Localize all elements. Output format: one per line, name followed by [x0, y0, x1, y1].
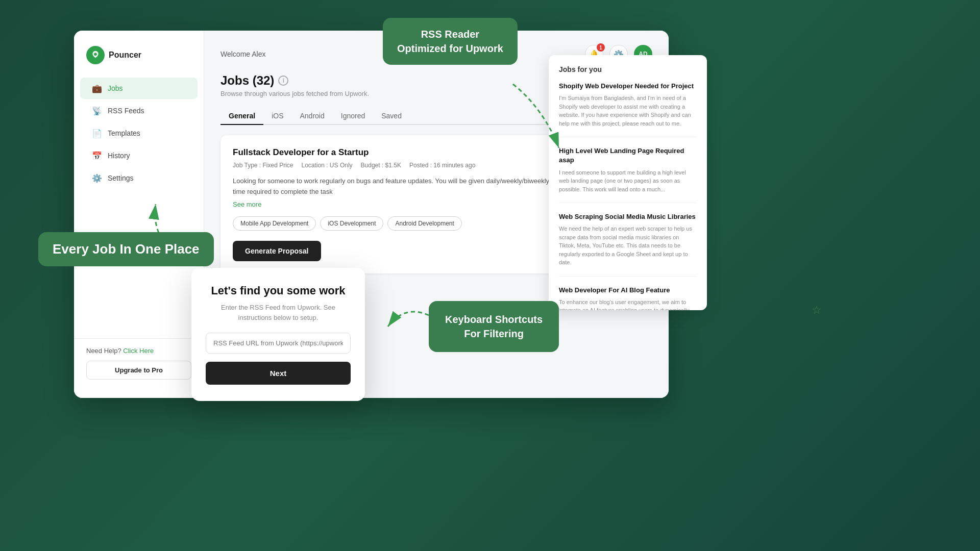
tab-ignored[interactable]: Ignored: [333, 108, 373, 125]
job-suggestion-title-2: High Level Web Landing Page Required asa…: [559, 146, 697, 165]
rss-feed-input[interactable]: [206, 333, 351, 354]
sidebar-item-jobs[interactable]: 💼 Jobs: [80, 78, 198, 99]
job-suggestion-desc-4: To enhance our blog's user engagement, w…: [559, 298, 697, 310]
job-budget: Budget : $1.5K: [361, 162, 401, 169]
logo-icon: [86, 46, 105, 64]
tooltip-every-job: Every Job In One Place: [38, 232, 214, 266]
logo-area: Pouncer: [74, 41, 204, 77]
sidebar: Pouncer 💼 Jobs 📡 RSS Feeds 📄 Templates 📅…: [74, 31, 204, 398]
job-location: Location : US Only: [302, 162, 353, 169]
job-posted: Posted : 16 minutes ago: [409, 162, 475, 169]
calendar-icon: 📅: [92, 151, 102, 160]
tag-ios: iOS Development: [320, 216, 383, 231]
need-help-text: Need Help? Click Here: [86, 347, 191, 355]
job-type: Job Type : Fixed Price: [233, 162, 293, 169]
rss-modal-subtitle: Enter the RSS Feed from Upwork. See inst…: [206, 303, 351, 322]
job-suggestion-title-3: Web Scraping Social Media Music Librarie…: [559, 212, 697, 221]
sidebar-item-history[interactable]: 📅 History: [80, 145, 198, 166]
jobs-panel-title: Jobs for you: [559, 65, 697, 73]
settings-icon: ⚙️: [92, 173, 102, 183]
logo-text: Pouncer: [109, 51, 141, 60]
tag-mobile: Mobile App Development: [233, 216, 316, 231]
tag-android: Android Development: [387, 216, 461, 231]
job-suggestion-2[interactable]: High Level Web Landing Page Required asa…: [559, 146, 697, 203]
tab-general[interactable]: General: [220, 108, 263, 125]
tooltip-keyboard-shortcuts: Keyboard Shortcuts For Filtering: [429, 301, 559, 352]
tab-saved[interactable]: Saved: [373, 108, 410, 125]
template-icon: 📄: [92, 129, 102, 138]
rss-icon: 📡: [92, 106, 102, 115]
briefcase-icon: 💼: [92, 84, 102, 93]
jobs-for-you-panel: Jobs for you Shopify Web Developer Neede…: [549, 55, 707, 310]
sidebar-bottom: Need Help? Click Here Upgrade to Pro: [74, 338, 204, 388]
rss-next-button[interactable]: Next: [206, 362, 351, 385]
job-suggestion-1[interactable]: Shopify Web Developer Needed for Project…: [559, 82, 697, 137]
job-suggestion-title-4: Web Developer For AI Blog Feature: [559, 286, 697, 295]
sidebar-item-templates[interactable]: 📄 Templates: [80, 122, 198, 144]
tooltip-rss-line2: Optimized for Upwork: [397, 43, 503, 54]
job-suggestion-desc-3: We need the help of an expert web scrape…: [559, 224, 697, 267]
job-suggestion-desc-2: I need someone to support me building a …: [559, 168, 697, 194]
upgrade-button[interactable]: Upgrade to Pro: [86, 361, 191, 380]
tooltip-rss-line1: RSS Reader: [421, 29, 480, 40]
notification-badge: 1: [597, 43, 605, 52]
job-suggestion-3[interactable]: Web Scraping Social Media Music Librarie…: [559, 212, 697, 277]
star-icon: ☆: [812, 304, 822, 317]
tooltip-keyboard-line2: For Filtering: [464, 328, 524, 339]
tab-ios[interactable]: iOS: [263, 108, 291, 125]
rss-modal: Let's find you some work Enter the RSS F…: [191, 268, 365, 401]
sidebar-nav: 💼 Jobs 📡 RSS Feeds 📄 Templates 📅 History…: [74, 77, 204, 190]
tooltip-rss-reader: RSS Reader Optimized for Upwork: [383, 18, 518, 65]
tooltip-keyboard-line1: Keyboard Shortcuts: [445, 314, 543, 325]
job-suggestion-title-1: Shopify Web Developer Needed for Project: [559, 82, 697, 91]
welcome-text: Welcome Alex: [220, 50, 265, 58]
job-suggestion-4[interactable]: Web Developer For AI Blog Feature To enh…: [559, 286, 697, 310]
job-suggestion-desc-1: I'm Sumaiya from Bangladesh, and I'm in …: [559, 94, 697, 128]
svg-point-0: [94, 53, 97, 56]
info-icon[interactable]: i: [278, 76, 288, 86]
sidebar-item-settings[interactable]: ⚙️ Settings: [80, 167, 198, 189]
generate-proposal-button[interactable]: Generate Proposal: [233, 241, 321, 261]
tab-android[interactable]: Android: [291, 108, 332, 125]
help-link[interactable]: Click Here: [123, 347, 154, 355]
sidebar-item-rss-feeds[interactable]: 📡 RSS Feeds: [80, 100, 198, 121]
rss-modal-title: Let's find you some work: [206, 284, 351, 297]
